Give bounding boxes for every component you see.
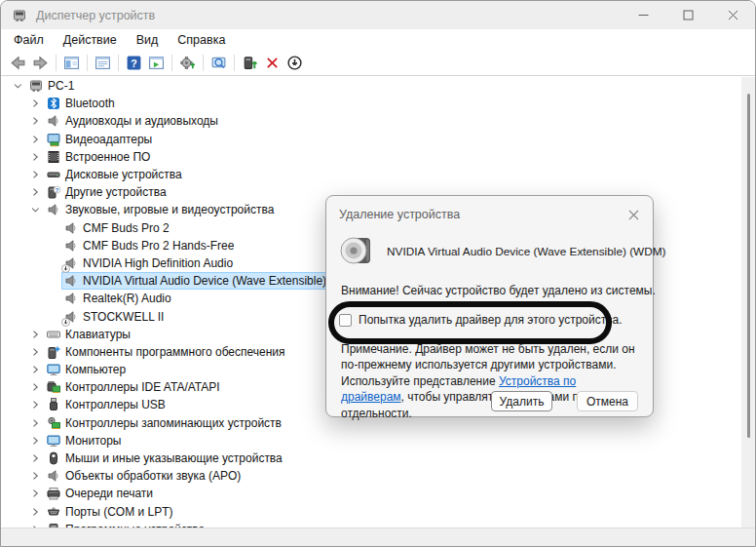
- help-icon: ?: [126, 55, 142, 71]
- disabled-badge-icon: [61, 264, 70, 273]
- tree-item-content[interactable]: Звуковые, игровые и видеоустройства: [44, 201, 279, 218]
- svg-text:?: ?: [56, 186, 59, 193]
- tree-item-content[interactable]: Программные устройства: [44, 521, 209, 527]
- keyboard-icon: [46, 327, 61, 342]
- toolbar-separator: [56, 55, 57, 71]
- ide-controller-icon: [46, 379, 61, 395]
- tree-item[interactable]: Встроенное ПО: [1, 148, 740, 166]
- remote-view-button[interactable]: [208, 52, 230, 73]
- chevron-right-icon[interactable]: [26, 149, 44, 165]
- chevron-right-icon[interactable]: [26, 468, 44, 484]
- help-button[interactable]: ?: [123, 52, 145, 73]
- console-tree-button[interactable]: [60, 52, 83, 73]
- tree-item-content[interactable]: NVIDIA High Definition Audio: [61, 254, 238, 272]
- properties-button[interactable]: [92, 52, 114, 73]
- device-manager-icon: [12, 8, 27, 23]
- scrollbar-track[interactable]: [741, 77, 755, 527]
- action-pane-button[interactable]: [145, 52, 168, 73]
- chevron-down-icon[interactable]: [26, 202, 44, 217]
- tree-item-content[interactable]: Realtek(R) Audio: [61, 290, 176, 307]
- speaker-device-icon: [340, 235, 377, 266]
- maximize-button[interactable]: [665, 1, 710, 29]
- minimize-button[interactable]: [621, 1, 665, 29]
- tree-item-content[interactable]: Мыши и иные указывающие устройства: [44, 449, 287, 467]
- speaker-icon: [46, 202, 61, 217]
- chevron-right-icon[interactable]: [26, 184, 44, 200]
- tree-item[interactable]: Bluetooth: [1, 95, 740, 112]
- tree-item-content[interactable]: Встроенное ПО: [44, 148, 155, 166]
- chevron-right-icon[interactable]: [26, 397, 44, 412]
- tree-item-content[interactable]: ?Другие устройства: [44, 183, 171, 201]
- chevron-right-icon[interactable]: [26, 344, 44, 360]
- scan-hardware-changes-button[interactable]: [176, 52, 199, 73]
- chevron-right-icon[interactable]: [26, 96, 44, 111]
- chevron-right-icon[interactable]: [26, 379, 44, 395]
- tree-item-content[interactable]: CMF Buds Pro 2 Hands-Free: [61, 237, 239, 254]
- tree-item[interactable]: Объекты обработки звука (APO): [1, 467, 740, 485]
- remote-view-icon: [210, 55, 227, 71]
- tree-item-content[interactable]: Контроллеры IDE ATA/ATAPI: [44, 378, 225, 396]
- tree-item[interactable]: Видеоадаптеры: [1, 131, 740, 148]
- tree-item[interactable]: Программные устройства: [1, 521, 740, 527]
- speaker-icon: [63, 291, 79, 306]
- chevron-right-icon[interactable]: [26, 433, 44, 449]
- tree-item-label: CMF Buds Pro 2: [83, 221, 170, 235]
- disable-device-button[interactable]: [284, 52, 306, 73]
- tree-item[interactable]: Очереди печати: [1, 485, 740, 502]
- menu-item[interactable]: Действие: [54, 31, 127, 49]
- forward-button[interactable]: [29, 52, 52, 73]
- window-title: Диспетчер устройств: [36, 9, 155, 22]
- tree-item[interactable]: Мониторы: [1, 432, 740, 449]
- dialog-close-icon[interactable]: [624, 206, 642, 223]
- uninstall-device-button[interactable]: [261, 52, 284, 73]
- console-tree-icon: [63, 55, 80, 71]
- chevron-right-icon[interactable]: [26, 113, 44, 129]
- chevron-right-icon[interactable]: [26, 132, 44, 147]
- tree-item-content[interactable]: PC-1: [26, 77, 79, 95]
- tree-item-label: Мониторы: [65, 434, 121, 448]
- window-controls: [621, 1, 755, 29]
- tree-item-content[interactable]: Аудиовходы и аудиовыходы: [44, 112, 223, 130]
- tree-item-content[interactable]: Очереди печати: [44, 485, 158, 502]
- tree-item-content[interactable]: Компьютер: [44, 361, 131, 378]
- tree-item-label: Видеоадаптеры: [65, 133, 152, 146]
- tree-item[interactable]: PC-1: [1, 77, 740, 95]
- uninstall-button[interactable]: Удалить: [491, 391, 552, 411]
- tree-item-content[interactable]: Порты (COM и LPT): [44, 503, 178, 521]
- scrollbar-thumb[interactable]: [747, 94, 750, 438]
- tree-item-label: Компоненты программного обеспечения: [65, 345, 285, 359]
- speaker-icon: [63, 238, 79, 254]
- cancel-button[interactable]: Отмена: [577, 391, 638, 411]
- tree-item-content[interactable]: CMF Buds Pro 2: [61, 219, 174, 237]
- chevron-right-icon[interactable]: [26, 415, 44, 431]
- tree-item-content[interactable]: Дисковые устройства: [44, 166, 187, 183]
- tree-item[interactable]: Порты (COM и LPT): [1, 503, 740, 521]
- tree-item-content[interactable]: Контроллеры USB: [44, 396, 170, 413]
- chevron-right-icon[interactable]: [26, 167, 44, 182]
- menu-item[interactable]: Справка: [168, 31, 235, 49]
- back-button[interactable]: [7, 52, 29, 73]
- chevron-down-icon[interactable]: [9, 78, 26, 94]
- tree-item-content[interactable]: Контроллеры запоминающих устройств: [44, 414, 286, 432]
- close-button[interactable]: [710, 1, 755, 29]
- tree-item-content[interactable]: Мониторы: [44, 432, 126, 449]
- tree-item-content[interactable]: Объекты обработки звука (APO): [44, 467, 246, 485]
- tree-item-content[interactable]: Bluetooth: [44, 95, 120, 112]
- menu-item[interactable]: Файл: [4, 31, 54, 49]
- update-driver-button[interactable]: [239, 52, 261, 73]
- tree-item-content[interactable]: Видеоадаптеры: [44, 131, 157, 148]
- tree-item[interactable]: Аудиовходы и аудиовыходы: [1, 112, 740, 130]
- chevron-right-icon[interactable]: [26, 450, 44, 466]
- delete-driver-checkbox[interactable]: [339, 314, 352, 327]
- chevron-right-icon[interactable]: [26, 504, 44, 520]
- menu-item[interactable]: Вид: [127, 31, 169, 49]
- tree-item-content[interactable]: Клавиатуры: [44, 326, 135, 343]
- tree-item[interactable]: Мыши и иные указывающие устройства: [1, 449, 740, 467]
- software-component-icon: [46, 344, 61, 360]
- tree-item-content[interactable]: Компоненты программного обеспечения: [44, 343, 290, 361]
- tree-item-content[interactable]: STOCKWELL II: [61, 308, 169, 326]
- tree-item[interactable]: Дисковые устройства: [1, 166, 740, 183]
- chevron-right-icon[interactable]: [26, 362, 44, 377]
- chevron-right-icon[interactable]: [26, 486, 44, 501]
- chevron-right-icon[interactable]: [26, 327, 44, 342]
